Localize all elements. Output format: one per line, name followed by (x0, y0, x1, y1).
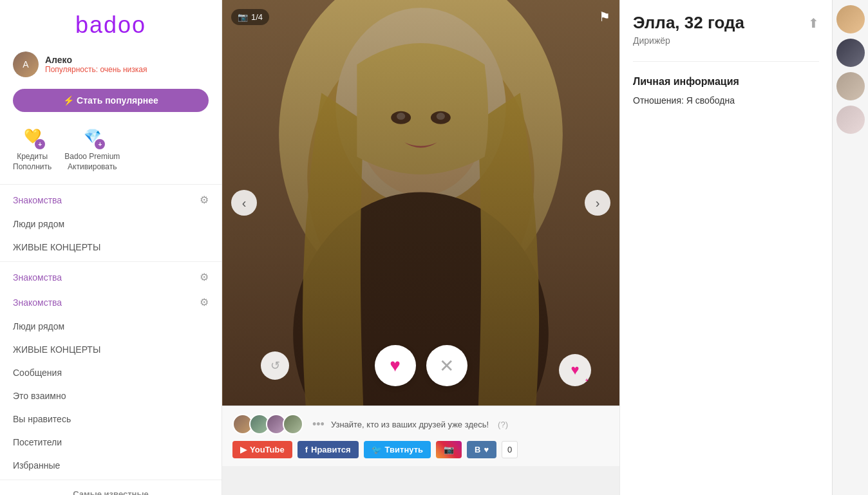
logo-text: badoo (75, 12, 146, 38)
credits-row: 💛 + Кредиты Пополнить 💎 + Badoo Premium … (0, 117, 222, 182)
credits-line1: Кредиты (13, 152, 52, 162)
flag-button[interactable]: ⚑ (599, 9, 610, 24)
nav-label-mutual: Это взаимно (13, 391, 66, 401)
sidebar-item-lyudi-ryadom2[interactable]: Люди рядом (0, 315, 222, 338)
nav-label-concerts2: ЖИВЫЕ КОНЦЕРТЫ (13, 344, 100, 355)
sidebar-item-like-you[interactable]: Вы нравитесь (0, 407, 222, 431)
sidebar-item-concerts1[interactable]: ЖИВЫЕ КОНЦЕРТЫ (0, 236, 222, 259)
profile-name-row: Элла, 32 года ⬆ (633, 13, 819, 33)
filter-icon-1[interactable]: ⚙ (200, 194, 209, 206)
sidebar-item-znakomstva1[interactable]: Знакомства ⚙ (0, 187, 222, 212)
vk-button[interactable]: В ♥ (467, 441, 496, 458)
credits-item[interactable]: 💛 + Кредиты Пополнить (13, 124, 52, 172)
prev-photo-button[interactable]: ‹ (231, 190, 257, 216)
premium-line2: Активировать (64, 162, 120, 173)
twitter-icon: 🐦 (372, 445, 382, 454)
nav-label-lyudi2: Люди рядом (13, 321, 64, 332)
photo-counter-text: 1/4 (251, 12, 263, 22)
nav-label-concerts1: ЖИВЫЕ КОНЦЕРТЫ (13, 242, 100, 252)
sidebar-item-visitors[interactable]: Посетители (0, 431, 222, 454)
filter-icon-2[interactable]: ⚙ (200, 271, 209, 283)
credits-plus-badge: + (35, 139, 45, 149)
premium-item[interactable]: 💎 + Badoo Premium Активировать (64, 124, 120, 172)
youtube-button[interactable]: ▶ YouTube (232, 441, 292, 458)
instagram-icon: 📷 (444, 445, 454, 454)
twitter-label: Твитнуть (385, 445, 423, 454)
sidebar: badoo А Алеко Популярность: очень низкая… (0, 0, 222, 495)
social-buttons: ▶ YouTube f Нравится 🐦 Твитнуть 📷 В ♥ (232, 441, 609, 458)
share-icon[interactable]: ⬆ (808, 15, 819, 31)
avatar: А (13, 51, 39, 77)
sidebar-item-favorites[interactable]: Избранные (0, 454, 222, 477)
twitter-button[interactable]: 🐦 Твитнуть (364, 441, 431, 458)
popularity-value: очень низкая (100, 65, 147, 74)
instagram-button[interactable]: 📷 (436, 441, 462, 458)
profile-name: Элла, 32 года (633, 13, 744, 33)
credits-label: Кредиты Пополнить (13, 152, 52, 172)
sidebar-item-mutual[interactable]: Это взаимно (0, 384, 222, 407)
center-footer: ••• Узнайте, кто из ваших друзей уже зде… (222, 406, 619, 466)
profile-job: Дирижёр (633, 35, 819, 46)
nav-label-visitors: Посетители (13, 437, 62, 447)
premium-plus-badge: + (95, 139, 105, 149)
right-avatar-2[interactable] (836, 39, 865, 67)
right-avatar-1[interactable] (836, 5, 865, 33)
like-button[interactable]: ♥ (375, 345, 416, 386)
vk-icon: В (475, 445, 480, 454)
facebook-icon: f (305, 445, 308, 454)
profile-divider (633, 61, 819, 62)
credits-line2: Пополнить (13, 162, 52, 173)
nope-button[interactable]: ✕ (426, 345, 467, 386)
profile-panel: Элла, 32 года ⬆ Дирижёр Личная информаци… (619, 0, 832, 495)
right-avatar-4[interactable] (836, 106, 865, 134)
boost-button[interactable]: ⚡ Стать популярнее (13, 89, 209, 112)
sidebar-item-znakomstva2[interactable]: Знакомства ⚙ (0, 265, 222, 290)
camera-icon: 📷 (238, 12, 248, 22)
nav-label-znakomstva2: Знакомства (13, 272, 62, 283)
right-avatars-panel: ⊞ (832, 0, 868, 495)
vk-count: 0 (502, 441, 518, 458)
avatar-image: А (13, 51, 39, 77)
photo-counter: 📷 1/4 (231, 9, 269, 25)
premium-label: Badoo Premium Активировать (64, 152, 120, 172)
right-avatar-3[interactable] (836, 72, 865, 100)
super-like-button[interactable]: ♥ + (559, 354, 591, 386)
relations-label: Отношения: (633, 95, 684, 106)
sidebar-item-lyudi-ryadom1[interactable]: Люди рядом (0, 212, 222, 236)
sidebar-item-messages[interactable]: Сообщения (0, 361, 222, 384)
filter-icon-3[interactable]: ⚙ (200, 296, 209, 308)
divider-1 (0, 184, 222, 185)
facebook-button[interactable]: f Нравится (297, 441, 359, 458)
nav-label-favorites: Избранные (13, 460, 60, 471)
friend-avatar-4 (283, 414, 303, 434)
logo: badoo (0, 0, 222, 45)
facebook-label: Нравится (311, 445, 351, 454)
relations-value: Я свободна (686, 95, 735, 106)
youtube-label: YouTube (250, 445, 285, 454)
popularity-label: Популярность: (45, 65, 98, 74)
youtube-icon: ▶ (240, 445, 247, 454)
divider-3 (0, 480, 222, 480)
sidebar-item-concerts2[interactable]: ЖИВЫЕ КОНЦЕРТЫ (0, 338, 222, 361)
action-buttons: ♥ ✕ (375, 345, 467, 386)
friends-text: Узнайте, кто из ваших друзей уже здесь! (331, 420, 489, 429)
nav-label-lyudi1: Люди рядом (13, 219, 64, 229)
friend-avatars (232, 414, 303, 434)
friends-bar: ••• Узнайте, кто из ваших друзей уже зде… (232, 414, 609, 434)
user-name: Алеко (45, 55, 147, 65)
next-photo-button[interactable]: › (585, 190, 610, 216)
sidebar-item-znakomstva3[interactable]: Знакомства ⚙ (0, 290, 222, 315)
undo-button[interactable]: ↺ (261, 351, 289, 380)
photo-container: 📷 1/4 ⚑ ‹ › ↺ ♥ ✕ ♥ + (222, 0, 619, 406)
more-friends-button[interactable]: ••• (312, 418, 325, 431)
famous-section-label: Самые известные (0, 483, 222, 495)
user-popularity: Популярность: очень низкая (45, 65, 147, 74)
premium-line1: Badoo Premium (64, 152, 120, 162)
friends-help-icon[interactable]: (?) (498, 420, 508, 429)
center-panel: 📷 1/4 ⚑ ‹ › ↺ ♥ ✕ ♥ + (222, 0, 619, 495)
credits-icon: 💛 + (19, 124, 45, 149)
super-like-icon: ♥ (571, 362, 579, 378)
user-info: Алеко Популярность: очень низкая (45, 55, 147, 74)
nav-label-messages: Сообщения (13, 368, 62, 378)
profile-relations: Отношения: Я свободна (633, 95, 819, 106)
